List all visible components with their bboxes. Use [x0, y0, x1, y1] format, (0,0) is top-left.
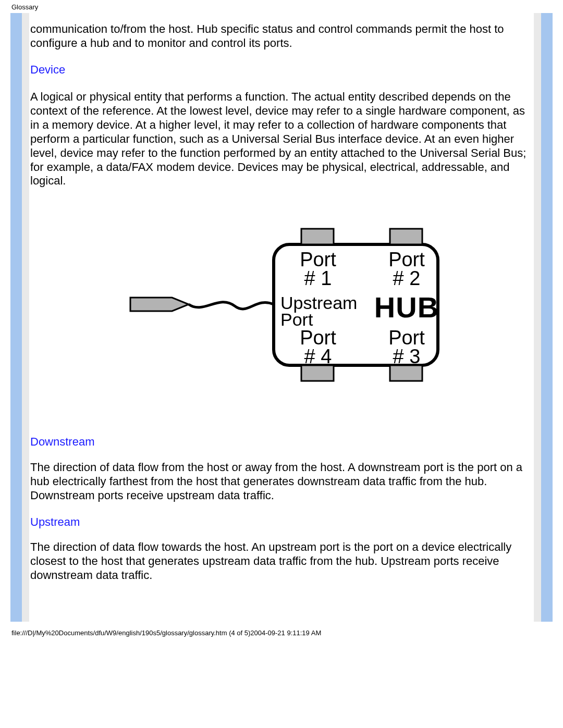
port4-connector-icon	[301, 365, 334, 381]
heading-upstream: Upstream	[30, 515, 533, 529]
port1-connector-icon	[301, 229, 334, 244]
port2-connector-icon	[390, 229, 422, 244]
footer-path: file:///D|/My%20Documents/dfu/W9/english…	[0, 622, 563, 637]
port3-label-l2: # 3	[393, 346, 421, 367]
port3-connector-icon	[390, 365, 422, 381]
intro-paragraph: communication to/from the host. Hub spec…	[30, 22, 533, 51]
heading-device: Device	[30, 63, 533, 77]
page-header-label: Glossary	[0, 0, 563, 13]
port1-label-l2: # 1	[304, 267, 332, 289]
page-frame: communication to/from the host. Hub spec…	[10, 13, 553, 622]
hub-label: HUB	[374, 291, 439, 324]
port2-label-l2: # 2	[393, 267, 421, 289]
heading-downstream: Downstream	[30, 435, 533, 449]
hub-diagram: Port # 1 Port # 2 Upstream Port HUB Port…	[99, 218, 464, 390]
content-area: communication to/from the host. Hub spec…	[29, 13, 534, 622]
hub-diagram-svg: Port # 1 Port # 2 Upstream Port HUB Port…	[99, 218, 464, 390]
port4-label-l2: # 4	[304, 346, 332, 367]
content-column: communication to/from the host. Hub spec…	[22, 13, 541, 622]
device-body: A logical or physical entity that perfor…	[30, 90, 533, 188]
upstream-body: The direction of data flow towards the h…	[30, 540, 533, 582]
cable-plug-icon	[130, 298, 274, 311]
downstream-body: The direction of data flow from the host…	[30, 461, 533, 502]
